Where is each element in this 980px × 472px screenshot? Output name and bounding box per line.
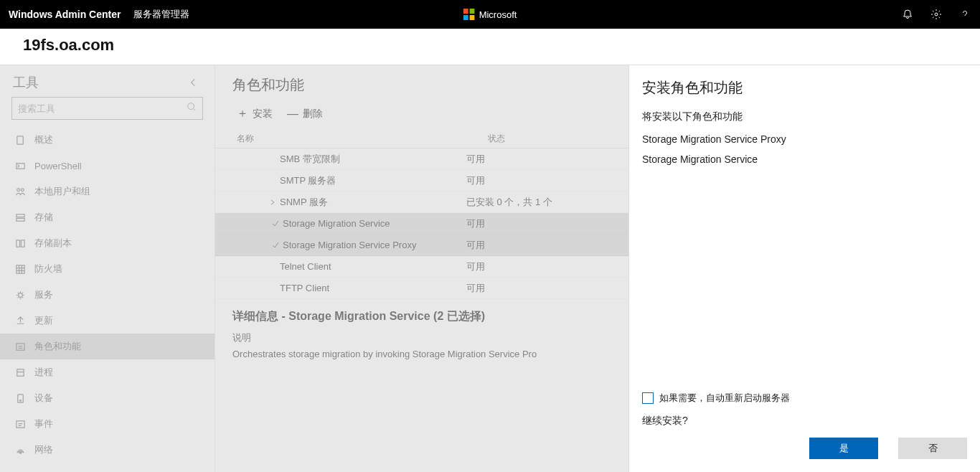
yes-button[interactable]: 是 <box>809 438 878 459</box>
feature-name-cell: SNMP 服务 <box>237 196 466 209</box>
feature-name[interactable]: SNMP 服务 <box>280 196 328 209</box>
sidebar-item-label: 网络 <box>34 443 53 456</box>
svg-point-5 <box>188 103 194 110</box>
feature-name[interactable]: Storage Migration Service <box>283 218 390 229</box>
feature-row[interactable]: TFTP Client可用 <box>215 278 628 299</box>
sidebar-item[interactable]: 防火墙 <box>0 256 215 282</box>
collapse-sidebar-button[interactable] <box>184 74 202 91</box>
tools-heading: 工具 <box>13 74 39 91</box>
panel-feature-item: Storage Migration Service <box>642 154 967 165</box>
feature-row[interactable]: SNMP 服务已安装 0 个，共 1 个 <box>215 192 628 213</box>
sidebar-item-label: 设备 <box>34 392 53 405</box>
page-title: 角色和功能 <box>215 65 628 102</box>
top-bar-right <box>901 8 971 21</box>
search-box[interactable] <box>11 97 203 120</box>
tool-icon <box>14 444 26 456</box>
auto-restart-label: 如果需要，自动重新启动服务器 <box>659 392 790 405</box>
sidebar-item-label: 防火墙 <box>34 263 62 275</box>
sidebar-item[interactable]: PowerShell <box>0 153 215 179</box>
tool-icon <box>14 134 26 146</box>
panel-title: 安装角色和功能 <box>642 78 967 98</box>
context-dropdown[interactable]: 服务器管理器 <box>133 8 192 21</box>
sidebar-item-label: 本地用户和组 <box>34 185 90 198</box>
svg-rect-7 <box>16 163 24 169</box>
feature-name-cell: SMB 带宽限制 <box>237 153 466 166</box>
feature-row[interactable]: Storage Migration Service可用 <box>215 213 628 235</box>
tool-icon <box>14 392 26 404</box>
sidebar-item[interactable]: 更新 <box>0 308 215 334</box>
feature-name[interactable]: TFTP Client <box>280 283 329 293</box>
feature-row[interactable]: SMB 带宽限制可用 <box>215 148 628 170</box>
help-icon[interactable] <box>958 8 971 21</box>
sidebar-item[interactable]: 服务 <box>0 282 215 308</box>
col-name: 名称 <box>237 133 488 145</box>
svg-rect-16 <box>16 343 24 349</box>
sidebar-item[interactable]: 概述 <box>0 127 215 153</box>
col-status: 状态 <box>488 133 628 145</box>
sidebar-item[interactable]: 角色和功能 <box>0 334 215 359</box>
feature-row[interactable]: Telnet Client可用 <box>215 256 628 278</box>
svg-point-19 <box>19 400 21 401</box>
sidebar-item-label: 角色和功能 <box>34 340 81 353</box>
svg-rect-14 <box>16 265 24 273</box>
sidebar-item-label: 存储副本 <box>34 237 72 250</box>
feature-status: 可用 <box>466 260 628 273</box>
tool-icon <box>14 263 26 275</box>
sidebar-item[interactable]: 网络 <box>0 437 215 463</box>
sidebar-item[interactable]: 存储 <box>0 204 215 230</box>
svg-rect-13 <box>21 240 24 246</box>
svg-rect-10 <box>16 214 24 217</box>
details-desc: Orchestrates storage migration by invoki… <box>232 349 628 359</box>
auto-restart-checkbox[interactable] <box>642 392 654 404</box>
feature-status: 已安装 0 个，共 1 个 <box>466 196 628 209</box>
search-icon <box>187 102 197 115</box>
brand-label: Microsoft <box>479 9 517 20</box>
svg-point-15 <box>18 293 22 297</box>
feature-status: 可用 <box>466 153 628 166</box>
sidebar-item-label: 概述 <box>34 133 53 146</box>
details-title: 详细信息 - Storage Migration Service (2 已选择) <box>232 309 628 324</box>
chevron-right-icon[interactable] <box>268 199 277 205</box>
sidebar-item[interactable]: 存储副本 <box>0 230 215 256</box>
sidebar-item[interactable]: 本地用户和组 <box>0 179 215 204</box>
install-panel: 安装角色和功能 将安装以下角色和功能 Storage Migration Ser… <box>628 65 980 472</box>
minus-icon: — <box>287 108 298 121</box>
auto-restart-row: 如果需要，自动重新启动服务器 <box>642 392 967 405</box>
feature-name-cell: Storage Migration Service <box>237 218 466 229</box>
settings-icon[interactable] <box>930 8 943 21</box>
feature-name-cell: Telnet Client <box>237 261 466 272</box>
svg-point-4 <box>935 13 938 16</box>
server-name: 19fs.oa.com <box>23 36 980 55</box>
sidebar-item-label: 更新 <box>34 314 53 327</box>
top-bar: Windows Admin Center 服务器管理器 Microsoft <box>0 0 980 29</box>
tool-icon <box>14 160 26 171</box>
toolbar: ＋ 安装 — 删除 <box>215 102 628 128</box>
feature-name-cell: SMTP 服务器 <box>237 174 466 187</box>
tool-icon <box>14 237 26 249</box>
search-wrap <box>0 97 215 127</box>
feature-name[interactable]: SMTP 服务器 <box>280 174 336 187</box>
notifications-icon[interactable] <box>901 8 914 21</box>
tools-header: 工具 <box>0 65 215 97</box>
feature-name[interactable]: Storage Migration Service Proxy <box>283 240 416 250</box>
install-button[interactable]: ＋ 安装 <box>237 106 273 121</box>
sidebar-item-label: 进程 <box>34 366 53 379</box>
svg-rect-2 <box>463 15 468 20</box>
tool-icon <box>14 341 26 352</box>
sidebar-item[interactable]: 设备 <box>0 385 215 411</box>
sidebar-item[interactable]: 进程 <box>0 359 215 385</box>
svg-rect-6 <box>17 136 22 143</box>
top-bar-left: Windows Admin Center 服务器管理器 <box>9 8 192 21</box>
no-button[interactable]: 否 <box>898 438 967 459</box>
search-input[interactable] <box>18 103 187 114</box>
feature-row[interactable]: SMTP 服务器可用 <box>215 170 628 192</box>
feature-name[interactable]: Telnet Client <box>280 261 331 272</box>
sidebar-item[interactable]: 事件 <box>0 411 215 437</box>
svg-rect-11 <box>16 218 24 221</box>
feature-name-cell: Storage Migration Service Proxy <box>237 240 466 250</box>
remove-button[interactable]: — 删除 <box>287 106 323 121</box>
feature-row[interactable]: Storage Migration Service Proxy可用 <box>215 235 628 256</box>
feature-name[interactable]: SMB 带宽限制 <box>280 153 340 166</box>
panel-subtitle: 将安装以下角色和功能 <box>642 110 967 123</box>
panel-feature-item: Storage Migration Service Proxy <box>642 133 967 145</box>
